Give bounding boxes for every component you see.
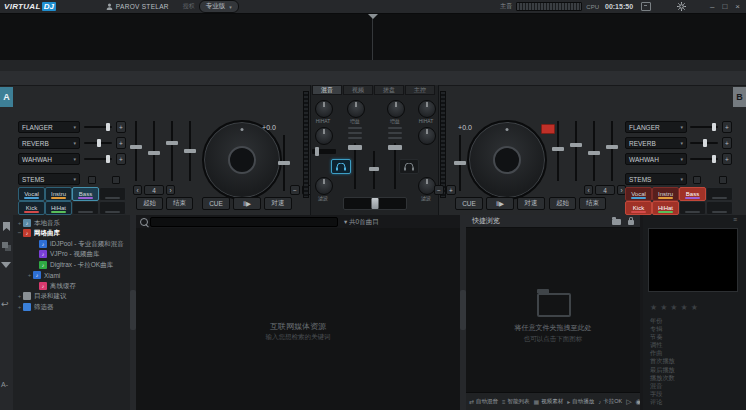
- font-size-button[interactable]: A-: [1, 381, 8, 388]
- deck-a-stems-select[interactable]: STEMS ▾: [18, 173, 80, 185]
- deck-b-tag[interactable]: B: [733, 87, 746, 107]
- channel-a-headphone-cue-button[interactable]: [331, 159, 351, 174]
- karaoke-button[interactable]: ♪ 卡拉OK: [598, 398, 622, 405]
- deck-a-cue-button[interactable]: CUE: [202, 197, 230, 210]
- mixer-tab-master[interactable]: 主控: [405, 85, 435, 95]
- deck-a-play-pause-button[interactable]: Ⅱ▶: [233, 197, 261, 210]
- deck-a-jog-wheel[interactable]: [202, 120, 282, 200]
- deck-b-stem-empty[interactable]: [679, 201, 706, 215]
- deck-b-bend-minus-button[interactable]: −: [434, 185, 444, 195]
- deck-a-loop-size[interactable]: 4: [144, 185, 164, 195]
- deck-a-fx1-add-button[interactable]: +: [116, 121, 126, 133]
- sidelist-button[interactable]: ≡ 智能列表: [502, 398, 530, 405]
- deck-b-pad-fader[interactable]: [570, 121, 582, 181]
- expander-icon[interactable]: +: [26, 272, 33, 278]
- deck-b-cue-button[interactable]: CUE: [455, 197, 483, 210]
- search-input[interactable]: [150, 217, 338, 227]
- tree-item-catalogs[interactable]: + 目录和建议: [13, 291, 131, 301]
- deck-b-fx3-slider[interactable]: [690, 153, 718, 165]
- deck-a-stem-empty[interactable]: [72, 201, 99, 215]
- mixer-master-mini-fader[interactable]: [312, 149, 336, 154]
- tree-item-offline-cache[interactable]: ♪ 离线缓存: [13, 281, 131, 291]
- deck-a-pad-fader[interactable]: [166, 121, 178, 181]
- video-assets-button[interactable]: ▦ 视频素材: [534, 398, 564, 405]
- add-folder-icon[interactable]: [612, 219, 621, 225]
- deck-b-stem-instru[interactable]: Instru: [652, 187, 679, 201]
- expander-icon[interactable]: +: [16, 220, 23, 226]
- tree-item-local-music[interactable]: + ♪ 本地音乐: [13, 218, 131, 228]
- deck-b-pad-fader[interactable]: [552, 121, 564, 181]
- deck-b-fx2-add-button[interactable]: +: [722, 137, 732, 149]
- deck-b-fx1-select[interactable]: FLANGER ▾: [625, 121, 687, 133]
- deck-b-bend-plus-button[interactable]: +: [446, 185, 456, 195]
- calendar-icon[interactable]: [641, 2, 651, 11]
- panel-menu-icon[interactable]: ≡: [733, 216, 737, 223]
- jog-center-button[interactable]: [493, 146, 521, 174]
- deck-b-stem-bass[interactable]: Bass: [679, 187, 706, 201]
- settings-button[interactable]: [677, 2, 686, 11]
- deck-a-stem-vocal[interactable]: Vocal: [18, 187, 45, 201]
- channel-a-gain-knob[interactable]: [347, 100, 365, 118]
- deck-a-bend-minus-button[interactable]: −: [290, 185, 300, 195]
- deck-a-stems-option-button[interactable]: [112, 176, 120, 184]
- deck-a-loop-in-button[interactable]: 起始: [136, 197, 163, 210]
- deck-b-fx1-slider[interactable]: [690, 121, 718, 133]
- deck-a-loop-double-button[interactable]: ›: [166, 185, 175, 195]
- record-icon[interactable]: ◉: [636, 398, 640, 406]
- deck-b-loop-out-button[interactable]: 结束: [579, 197, 606, 210]
- tree-item-idjpool[interactable]: ♪ iDJPool - 专业音频和混音: [13, 239, 131, 249]
- preview-play-icon[interactable]: ▷: [626, 398, 631, 406]
- deck-b-stem-empty[interactable]: [706, 187, 733, 201]
- deck-a-stem-hihat[interactable]: HiHat: [45, 201, 72, 215]
- tree-item-online-library[interactable]: − ♪ 网络曲库: [13, 228, 131, 238]
- deck-b-fx2-select[interactable]: REVERB ▾: [625, 137, 687, 149]
- mixer-left-pad-knob[interactable]: [315, 100, 333, 118]
- covers-view-icon[interactable]: [2, 242, 8, 248]
- deck-a-loop-half-button[interactable]: ‹: [133, 185, 142, 195]
- deck-a-stem-instru[interactable]: Instru: [45, 187, 72, 201]
- deck-a-fx2-add-button[interactable]: +: [116, 137, 126, 149]
- tree-item-xiami[interactable]: + ♪ Xiami: [13, 270, 131, 280]
- channel-b-headphone-cue-button[interactable]: [399, 159, 419, 174]
- crossfader[interactable]: [343, 197, 407, 210]
- mixer-left-fx-knob[interactable]: [315, 127, 333, 145]
- mixer-tab-mixer[interactable]: 混音: [312, 85, 342, 95]
- channel-b-gain-knob[interactable]: [387, 100, 405, 118]
- channel-a-eq-low[interactable]: [348, 137, 362, 139]
- deck-b-pitch-slider[interactable]: [454, 135, 466, 191]
- deck-a-fx1-select[interactable]: FLANGER ▾: [18, 121, 80, 133]
- deck-a-pad-fader[interactable]: [184, 121, 196, 181]
- deck-b-sync-button[interactable]: 对速: [517, 197, 545, 210]
- deck-b-stem-empty[interactable]: [706, 201, 733, 215]
- deck-b-stem-vocal[interactable]: Vocal: [625, 187, 652, 201]
- deck-b-loop-size[interactable]: 4: [595, 185, 615, 195]
- filter-icon[interactable]: [1, 262, 11, 268]
- deck-a-fx3-slider[interactable]: [84, 153, 112, 165]
- back-icon[interactable]: ↩: [1, 299, 9, 309]
- deck-b-stem-kick[interactable]: Kick: [625, 201, 652, 215]
- expander-icon[interactable]: +: [16, 304, 23, 310]
- channel-b-eq-high[interactable]: [388, 127, 402, 129]
- license-dropdown[interactable]: 专业版 ▾: [199, 0, 239, 13]
- channel-a-eq-mid[interactable]: [348, 132, 362, 134]
- channel-a-filter-knob[interactable]: [315, 177, 333, 195]
- deck-a-stem-bass[interactable]: Bass: [72, 187, 99, 201]
- deck-b-pad-fader[interactable]: [606, 121, 618, 181]
- deck-a-fx3-add-button[interactable]: +: [116, 153, 126, 165]
- deck-b-pad-fader[interactable]: [588, 121, 600, 181]
- deck-a-pad-fader[interactable]: [148, 121, 160, 181]
- deck-b-loop-in-button[interactable]: 起始: [549, 197, 576, 210]
- automix-button[interactable]: ⇄ 自动混音: [469, 398, 498, 405]
- deck-b-stems-select[interactable]: STEMS ▾: [625, 173, 687, 185]
- deck-b-fx3-add-button[interactable]: +: [722, 153, 732, 165]
- maximize-button[interactable]: □: [722, 1, 727, 13]
- mixer-right-fx-knob[interactable]: [418, 127, 436, 145]
- deck-b-stem-hihat[interactable]: HiHat: [652, 201, 679, 215]
- user-account-button[interactable]: PAROV STELAR: [106, 3, 169, 10]
- deck-a-stem-empty[interactable]: [99, 187, 126, 201]
- tree-item-filters[interactable]: + 筛选器: [13, 302, 131, 312]
- channel-b-eq-mid[interactable]: [388, 132, 402, 134]
- deck-a-tag[interactable]: A: [0, 87, 13, 107]
- deck-b-play-pause-button[interactable]: Ⅱ▶: [486, 197, 514, 210]
- deck-b-fx2-slider[interactable]: [690, 137, 718, 149]
